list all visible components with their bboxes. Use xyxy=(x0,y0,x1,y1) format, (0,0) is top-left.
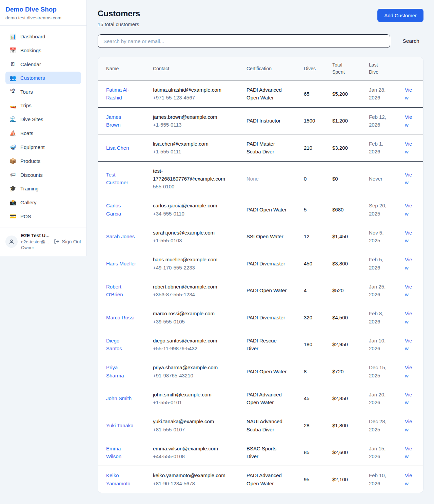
table-row: Keiko Yamamotokeiko.yamamoto@example.com… xyxy=(98,466,423,493)
customer-total-spent-cell: $1,800 xyxy=(324,412,361,439)
customer-total-spent-cell: $2,600 xyxy=(324,439,361,466)
customer-name-link[interactable]: James Brown xyxy=(106,114,121,128)
customer-dives-cell: 180 xyxy=(296,331,324,358)
customer-name-link[interactable]: Priya Sharma xyxy=(106,365,124,378)
sidebar-item-label: Boats xyxy=(20,130,33,136)
customer-certification-cell: PADI Divemaster xyxy=(238,250,296,277)
customer-name-cell: Fatima Al-Rashid xyxy=(98,80,145,108)
shop-title: Demo Dive Shop xyxy=(5,6,81,13)
customer-total-spent-cell: $680 xyxy=(324,196,361,223)
view-link[interactable]: View xyxy=(405,446,412,459)
table-row: Sarah Jonessarah.jones@example.com+1-555… xyxy=(98,223,423,250)
customer-name-link[interactable]: Robert O'Brien xyxy=(106,284,123,297)
sidebar-item-dashboard[interactable]: 📊Dashboard xyxy=(5,30,81,43)
customer-dives-cell: 65 xyxy=(296,80,324,108)
sidebar-item-trips[interactable]: 🚤Trips xyxy=(5,99,81,112)
view-link[interactable]: View xyxy=(405,257,412,270)
view-link[interactable]: View xyxy=(405,284,412,297)
customer-certification-cell: NAUI Advanced Scuba Diver xyxy=(238,412,296,439)
view-link[interactable]: View xyxy=(405,472,412,486)
people-icon: 👥 xyxy=(9,75,16,81)
view-link[interactable]: View xyxy=(405,230,412,243)
table-row: Yuki Tanakayuki.tanaka@example.com+81-55… xyxy=(98,412,423,439)
customer-contact-cell: carlos.garcia@example.com+34-555-0110 xyxy=(145,196,238,223)
customer-total-spent-cell: $0 xyxy=(324,161,361,196)
customer-name-link[interactable]: Marco Rossi xyxy=(106,315,134,320)
view-link[interactable]: View xyxy=(405,392,412,405)
sidebar-item-equipment[interactable]: 🤿Equipment xyxy=(5,141,81,153)
sidebar-item-boats[interactable]: ⛵Boats xyxy=(5,127,81,139)
view-link[interactable]: View xyxy=(405,418,412,432)
sidebar-item-gallery[interactable]: 📸Gallery xyxy=(5,196,81,209)
customer-contact-cell: robert.obrien@example.com+353-87-555-123… xyxy=(145,277,238,304)
customer-name-link[interactable]: Fatima Al-Rashid xyxy=(106,87,129,100)
customer-email: james.brown@example.com xyxy=(153,113,230,121)
customer-certification-cell: PADI Open Water xyxy=(238,358,296,385)
sidebar-item-calendar[interactable]: 🗓Calendar xyxy=(5,58,81,70)
customer-total-spent-cell: $520 xyxy=(324,277,361,304)
customer-email: carlos.garcia@example.com xyxy=(153,202,230,209)
sidebar-item-label: Discounts xyxy=(20,172,43,178)
customer-name-link[interactable]: John Smith xyxy=(106,395,132,401)
customer-email: fatima.alrashid@example.com xyxy=(153,86,230,94)
customer-actions-cell: View xyxy=(397,250,423,277)
customer-name-link[interactable]: Emma Wilson xyxy=(106,446,121,459)
customer-name-link[interactable]: Sarah Jones xyxy=(106,234,135,239)
customer-contact-cell: marco.rossi@example.com+39-555-0105 xyxy=(145,304,238,331)
customer-name-link[interactable]: Lisa Chen xyxy=(106,145,129,151)
customer-dives-cell: 210 xyxy=(296,134,324,162)
sidebar-header: Demo Dive Shop demo.test.divestreams.com xyxy=(0,0,86,25)
add-customer-button[interactable]: Add Customer xyxy=(377,9,423,22)
sign-out-button[interactable]: Sign Out xyxy=(54,239,81,244)
sidebar-item-pos[interactable]: 💳POS xyxy=(5,210,81,223)
customer-name-link[interactable]: Yuki Tanaka xyxy=(106,423,134,428)
view-link[interactable]: View xyxy=(405,172,412,185)
customer-name-link[interactable]: Carlos Garcia xyxy=(106,203,121,216)
customer-actions-cell: View xyxy=(397,412,423,439)
sidebar-item-discounts[interactable]: 🏷Discounts xyxy=(5,169,81,181)
customer-name-link[interactable]: Hans Mueller xyxy=(106,261,136,266)
search-input[interactable] xyxy=(98,34,390,48)
sidebar-item-training[interactable]: 🎓Training xyxy=(5,182,81,195)
customer-certification-cell: BSAC Sports Diver xyxy=(238,439,296,466)
sidebar-item-label: Calendar xyxy=(20,61,41,67)
customer-email: hans.mueller@example.com xyxy=(153,256,230,263)
customer-name-cell: Robert O'Brien xyxy=(98,277,145,304)
package-icon: 📦 xyxy=(9,158,16,164)
customer-contact-cell: john.smith@example.com+1-555-0101 xyxy=(145,385,238,412)
user-section: E2E Test U... e2e-tester@... Owner Sign … xyxy=(0,227,86,256)
sidebar-item-customers[interactable]: 👥Customers xyxy=(5,72,81,84)
view-link[interactable]: View xyxy=(405,114,412,128)
view-link[interactable]: View xyxy=(405,141,412,154)
sidebar-item-dive-sites[interactable]: 🌊Dive Sites xyxy=(5,113,81,126)
table-body: Fatima Al-Rashidfatima.alrashid@example.… xyxy=(98,80,423,493)
view-link[interactable]: View xyxy=(405,311,412,324)
sign-out-label: Sign Out xyxy=(62,239,81,244)
customer-dives-cell: 0 xyxy=(296,161,324,196)
view-link[interactable]: View xyxy=(405,365,412,378)
customer-email: keiko.yamamoto@example.com xyxy=(153,471,230,479)
column-header-contact: Contact xyxy=(145,57,238,80)
sidebar-nav: 📊Dashboard📅Bookings🗓Calendar👥Customers🏝T… xyxy=(0,26,86,227)
customer-name-cell: James Brown xyxy=(98,107,145,134)
view-link[interactable]: View xyxy=(405,87,412,100)
view-link[interactable]: View xyxy=(405,338,412,351)
camera-icon: 📸 xyxy=(9,199,16,206)
customer-total-spent-cell: $4,500 xyxy=(324,304,361,331)
customer-name-link[interactable]: Test Customer xyxy=(106,172,128,185)
sidebar-item-bookings[interactable]: 📅Bookings xyxy=(5,44,81,57)
customer-phone: +55-11-99876-5432 xyxy=(153,344,230,352)
search-button[interactable]: Search xyxy=(398,38,423,44)
view-link[interactable]: View xyxy=(405,203,412,216)
customer-total-spent-cell: $5,200 xyxy=(324,80,361,108)
sidebar-item-products[interactable]: 📦Products xyxy=(5,155,81,167)
table-row: Test Customertest-1772681807767@example.… xyxy=(98,161,423,196)
sign-out-icon xyxy=(54,239,60,244)
customer-phone: +81-555-0107 xyxy=(153,426,230,433)
sidebar-item-label: POS xyxy=(20,213,31,219)
customer-last-dive-cell: Feb 5, 2026 xyxy=(361,250,397,277)
customer-dives-cell: 1500 xyxy=(296,107,324,134)
customer-name-link[interactable]: Keiko Yamamoto xyxy=(106,472,130,486)
customer-name-link[interactable]: Diego Santos xyxy=(106,338,122,351)
sidebar-item-tours[interactable]: 🏝Tours xyxy=(5,86,81,98)
